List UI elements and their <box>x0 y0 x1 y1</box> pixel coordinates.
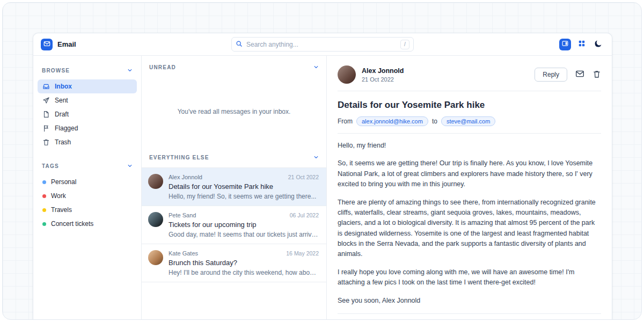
email-preview: Hello, my friend! So, it seems we are ge… <box>169 193 319 200</box>
app-title: Email <box>57 40 76 48</box>
sidebar-item-label: Inbox <box>55 83 72 90</box>
sidebar-item-sent[interactable]: Sent <box>38 93 137 107</box>
email-date: 21 Oct 2022 <box>288 174 319 180</box>
sidebar-item-label: Draft <box>55 111 69 118</box>
tag-label: Personal <box>51 178 76 186</box>
divider <box>338 91 601 91</box>
email-body-paragraph: There are plenty of amazing things to se… <box>338 197 601 260</box>
unread-empty-message: You've read all messages in your inbox. <box>142 77 326 146</box>
chevron-down-icon <box>127 161 133 171</box>
sidebar-item-inbox[interactable]: Inbox <box>38 79 137 93</box>
email-body-paragraph: Hello, my friend! <box>338 141 601 151</box>
avatar <box>338 65 356 84</box>
tag-item-travels[interactable]: Travels <box>38 203 137 217</box>
reader-sender-name: Alex Jonnold <box>362 67 404 75</box>
flag-icon <box>42 125 50 132</box>
tag-label: Concert tickets <box>51 220 93 228</box>
trash-icon <box>592 70 601 80</box>
to-address-chip[interactable]: steve@mail.com <box>441 116 495 126</box>
tag-label: Travels <box>51 206 72 214</box>
reader-date: 21 Oct 2022 <box>362 76 404 83</box>
email-list-item[interactable]: Alex Jonnold 21 Oct 2022 Details for our… <box>142 167 326 206</box>
envelope-icon <box>575 69 584 80</box>
sidebar-item-trash[interactable]: Trash <box>38 135 137 149</box>
dark-mode-button[interactable] <box>592 39 604 50</box>
email-preview: Hey! I'll be around the city this weeken… <box>169 269 319 276</box>
avatar <box>148 174 163 189</box>
apps-grid-button[interactable] <box>576 39 588 50</box>
tag-color-dot <box>42 180 46 184</box>
everything-else-label: EVERYTHING ELSE <box>149 155 209 160</box>
email-body-paragraph: So, it seems we are getting there! Our t… <box>338 158 601 189</box>
email-app-window: Email / <box>33 33 612 320</box>
reading-pane: Alex Jonnold 21 Oct 2022 Reply <box>327 56 612 320</box>
email-subject: Brunch this Saturday? <box>169 259 319 267</box>
trash-icon <box>42 138 50 146</box>
tag-color-dot <box>42 194 46 198</box>
sidebar-item-label: Sent <box>55 97 68 104</box>
desktop-background: Email / <box>2 2 642 320</box>
sidebar-item-label: Flagged <box>55 125 78 132</box>
tags-section-header[interactable]: TAGS <box>38 157 137 175</box>
search-bar[interactable]: / <box>231 37 414 52</box>
email-date: 06 Jul 2022 <box>290 212 319 218</box>
grid-icon <box>578 40 586 49</box>
unread-label: UNREAD <box>149 64 176 70</box>
from-address-chip[interactable]: alex.jonnold@hike.com <box>356 116 428 126</box>
mark-unread-button[interactable] <box>575 69 584 80</box>
email-date: 16 May 2022 <box>286 250 319 257</box>
everything-else-section-header[interactable]: EVERYTHING ELSE <box>142 146 326 167</box>
tag-color-dot <box>42 208 46 212</box>
document-icon <box>42 111 50 118</box>
browse-label: BROWSE <box>42 68 70 74</box>
moon-icon <box>594 39 603 49</box>
tag-color-dot <box>42 222 46 226</box>
sidebar-item-label: Trash <box>55 138 71 146</box>
email-sender: Pete Sand <box>169 212 196 218</box>
tag-item-personal[interactable]: Personal <box>38 175 137 189</box>
layout-toggle-icon <box>562 40 568 48</box>
chevron-down-icon <box>127 65 133 75</box>
from-label: From <box>338 118 353 125</box>
avatar <box>148 250 163 265</box>
tag-label: Work <box>51 192 66 200</box>
sidebar-item-flagged[interactable]: Flagged <box>38 121 137 135</box>
chevron-down-icon <box>313 62 319 72</box>
unread-section-header[interactable]: UNREAD <box>142 56 326 77</box>
email-preview: Good day, mate! It seems that our ticket… <box>169 231 319 238</box>
email-list-item[interactable]: Kate Gates 16 May 2022 Brunch this Satur… <box>142 244 326 282</box>
to-label: to <box>432 118 437 125</box>
layout-toggle-button[interactable] <box>559 39 571 50</box>
envelope-icon <box>43 40 50 49</box>
email-list-item[interactable]: Pete Sand 06 Jul 2022 Tickets for our up… <box>142 206 326 244</box>
email-body: Hello, my friend! So, it seems we are ge… <box>338 141 601 306</box>
avatar <box>148 212 163 227</box>
search-icon <box>236 40 243 49</box>
email-body-paragraph: I really hope you love coming along with… <box>338 267 601 288</box>
app-logo <box>41 39 53 50</box>
email-body-paragraph: See you soon, Alex Jonnold <box>338 296 601 306</box>
inbox-icon <box>42 83 50 90</box>
from-to-line: From alex.jonnold@hike.com to steve@mail… <box>338 116 601 126</box>
message-list: UNREAD You've read all messages in your … <box>142 56 327 320</box>
search-shortcut-hint: / <box>400 40 409 49</box>
tag-item-work[interactable]: Work <box>38 189 137 203</box>
sidebar-item-draft[interactable]: Draft <box>38 107 137 121</box>
tag-item-concert-tickets[interactable]: Concert tickets <box>38 217 137 231</box>
search-input[interactable] <box>246 41 397 48</box>
email-sender: Alex Jonnold <box>169 174 202 180</box>
send-icon <box>42 97 50 104</box>
email-subject: Tickets for our upcoming trip <box>169 221 319 229</box>
divider <box>338 133 601 134</box>
reader-subject: Details for our Yosemite Park hike <box>338 100 601 111</box>
email-subject: Details for our Yosemite Park hike <box>169 182 319 191</box>
tags-label: TAGS <box>42 163 59 169</box>
sidebar: BROWSE Inbox Sent <box>33 56 142 320</box>
email-sender: Kate Gates <box>169 250 198 257</box>
chevron-down-icon <box>313 152 319 162</box>
browse-section-header[interactable]: BROWSE <box>38 61 137 79</box>
delete-email-button[interactable] <box>592 70 601 80</box>
divider <box>338 313 601 314</box>
reply-button[interactable]: Reply <box>535 68 567 82</box>
app-header: Email / <box>33 33 612 56</box>
